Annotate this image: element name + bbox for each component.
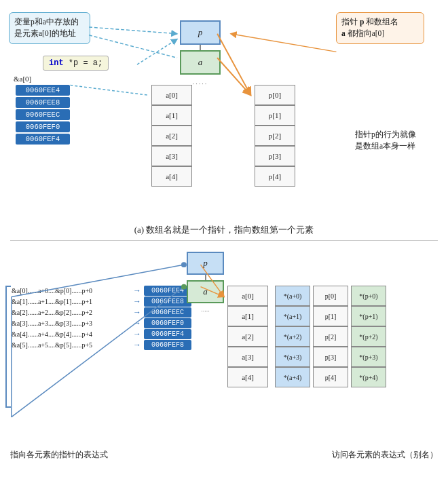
p-b-3: p[3] [313, 347, 348, 367]
svg-line-4 [217, 58, 250, 95]
expr-row-3: &a[3]......a+3....&p[3]......p+3 → 0060F… [12, 318, 191, 328]
arr-b-a-3: a[3] [227, 347, 268, 367]
col-p-b: p[0] p[1] p[2] p[3] p[4] [313, 286, 348, 387]
addr-cell-4: 0060FEF4 [16, 134, 70, 145]
expr-row-5: &a[5]......a+5....&p[5]......p+5 → 0060F… [12, 340, 191, 350]
p-b-4: p[4] [313, 367, 348, 387]
section-a: 变量p和a中存放的 是元素a[0]的地址 指针 p 和数组名a 都指向a[0] … [3, 7, 445, 217]
expr-text-1: &a[1]......a+1....&p[1]......p+1 [12, 298, 130, 305]
p-b-0: p[0] [313, 286, 348, 306]
expr-addr-2: 0060FEEC [144, 307, 191, 318]
stack-line-1 [200, 45, 201, 50]
arr-a-4: a[4] [151, 166, 192, 187]
expr-text-2: &a[2]......a+2....&p[2]......p+2 [12, 309, 130, 316]
callout-br-text: 指针p的行为就像 是数组a本身一样 [355, 130, 416, 150]
addr-cell-1: 0060FEE8 [16, 97, 70, 108]
arr-p-3: p[3] [255, 146, 295, 166]
main-container: 变量p和a中存放的 是元素a[0]的地址 指针 p 和数组名a 都指向a[0] … [0, 0, 448, 479]
arr-p-4: p[4] [255, 166, 295, 187]
arr-a-col: a[0] a[1] a[2] a[3] a[4] [151, 85, 192, 187]
arr-a-0: a[0] [151, 85, 192, 105]
arr-b-a-2: a[2] [227, 326, 268, 347]
col-star-a: *(a+0) *(a+1) *(a+2) *(a+3) *(a+4) [275, 286, 310, 387]
left-bracket [5, 286, 11, 408]
arr-b-a-0: a[0] [227, 286, 268, 306]
bottom-label-right: 访问各元素的表达式（别名） [332, 449, 438, 461]
svg-line-6 [70, 85, 149, 96]
callout-br: 指针p的行为就像 是数组a本身一样 [355, 129, 436, 153]
addr-cell-2: 0060FEEC [16, 109, 70, 120]
expr-addr-1: 0060FEE8 [144, 296, 191, 307]
star-p-2: *(p+2) [351, 326, 386, 347]
expr-row-1: &a[1]......a+1....&p[1]......p+1 → 0060F… [12, 296, 191, 307]
svg-line-0 [89, 27, 177, 34]
code-box: int *p = a; [43, 56, 109, 71]
stack-a-cell: a [180, 50, 221, 75]
section-divider [10, 240, 438, 241]
arr-a-2: a[2] [151, 126, 192, 146]
star-p-4: *(p+4) [351, 367, 386, 387]
arr-a-1: a[1] [151, 105, 192, 126]
expr-text-3: &a[3]......a+3....&p[3]......p+3 [12, 320, 130, 327]
code-content: *p = a; [69, 58, 102, 68]
expr-addr-4: 0060FEF4 [144, 329, 191, 339]
callout-topleft: 变量p和a中存放的 是元素a[0]的地址 [9, 12, 90, 44]
star-p-3: *(p+3) [351, 347, 386, 367]
expr-row-2: &a[2]......a+2....&p[2]......p+2 → 0060F… [12, 307, 191, 318]
right-cols-b: *(a+0) *(a+1) *(a+2) *(a+3) *(a+4) p[0] … [275, 286, 386, 387]
star-a-2: *(a+2) [275, 326, 310, 347]
p-b-1: p[1] [313, 306, 348, 326]
expr-table: &a[0]......a+0....&p[0]......p+0 → 0060F… [12, 286, 191, 350]
stack-center-a: p a ····· [180, 20, 221, 88]
arr-b-a-1: a[1] [227, 306, 268, 326]
section-a-caption: (a) 数组名就是一个指针，指向数组第一个元素 [3, 224, 445, 236]
svg-line-1 [89, 35, 177, 58]
col-star-p: *(p+0) *(p+1) *(p+2) *(p+3) *(p+4) [351, 286, 386, 387]
arr-b-a-4: a[4] [227, 367, 268, 387]
expr-row-0: &a[0]......a+0....&p[0]......p+0 → 0060F… [12, 286, 191, 296]
svg-line-2 [137, 39, 177, 64]
stack-p-cell-b: p [187, 252, 224, 275]
star-p-1: *(p+1) [351, 306, 386, 326]
expr-row-4: &a[4]......a+4....&p[4]......p+4 → 0060F… [12, 329, 191, 339]
expr-addr-3: 0060FEF0 [144, 318, 191, 328]
expr-text-0: &a[0]......a+0....&p[0]......p+0 [12, 287, 130, 294]
addr-label-a: &a[0] [14, 75, 31, 83]
stack-line-b1 [205, 275, 206, 280]
callout-left-text: 变量p和a中存放的 是元素a[0]的地址 [14, 18, 79, 37]
star-a-1: *(a+1) [275, 306, 310, 326]
stack-p-cell: p [180, 20, 221, 45]
callout-right-text: 指针 p 和数组名a 都指向a[0] [341, 18, 398, 37]
arr-p-1: p[1] [255, 105, 295, 126]
svg-point-13 [181, 262, 187, 267]
callout-topright: 指针 p 和数组名a 都指向a[0] [336, 12, 424, 44]
arr-p-2: p[2] [255, 126, 295, 146]
expr-addr-5: 0060FEF8 [144, 340, 191, 350]
stack-a-cell-b: a [187, 280, 224, 303]
star-a-4: *(a+4) [275, 367, 310, 387]
svg-line-3 [217, 34, 250, 96]
addr-cell-0: 0060FEE4 [16, 85, 70, 96]
arr-p-0: p[0] [255, 85, 295, 105]
svg-line-5 [231, 34, 337, 52]
star-p-0: *(p+0) [351, 286, 386, 306]
addr-col-a: 0060FEE4 0060FEE8 0060FEEC 0060FEF0 0060… [16, 85, 70, 145]
p-b-2: p[2] [313, 326, 348, 347]
arr-p-col: p[0] p[1] p[2] p[3] p[4] [255, 85, 295, 187]
bottom-label-left: 指向各元素的指针的表达式 [10, 449, 108, 461]
code-keyword: int [49, 58, 64, 68]
star-a-0: *(a+0) [275, 286, 310, 306]
expr-addr-0: 0060FEE4 [144, 286, 191, 296]
expr-text-4: &a[4]......a+4....&p[4]......p+4 [12, 330, 130, 338]
section-b: &a[0]......a+0....&p[0]......p+0 → 0060F… [3, 245, 445, 476]
arr-a-col-b: a[0] a[1] a[2] a[3] a[4] [227, 286, 268, 387]
star-a-3: *(a+3) [275, 347, 310, 367]
stack-center-b: p a ····· [187, 252, 224, 315]
addr-cell-3: 0060FEF0 [16, 121, 70, 132]
expr-text-5: &a[5]......a+5....&p[5]......p+5 [12, 341, 130, 349]
arr-a-3: a[3] [151, 146, 192, 166]
